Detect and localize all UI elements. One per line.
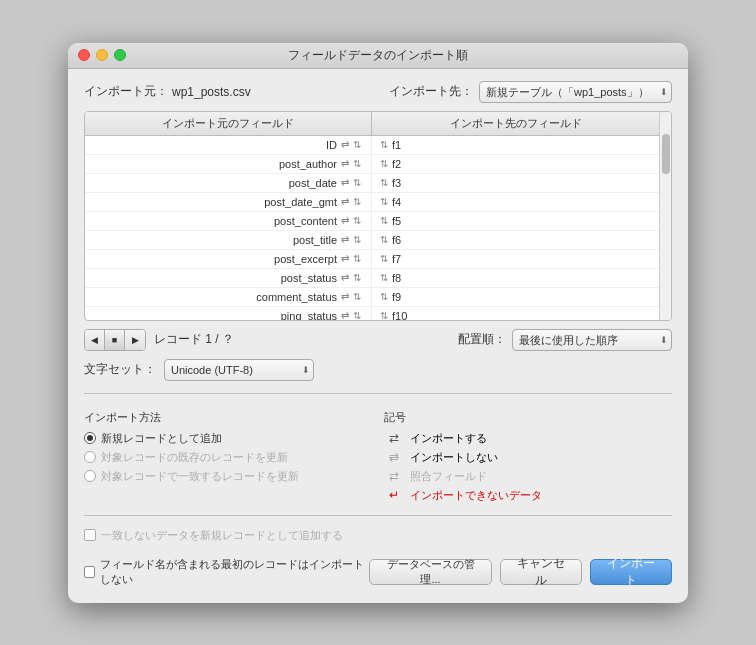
radio-label-2: 対象レコードの既存のレコードを更新 [101,450,288,465]
import-method-title: インポート方法 [84,410,372,425]
nav-row: ◀ ■ ▶ レコード 1 / ？ 配置順： 最後に使用した順序 ⬇ [84,329,672,351]
map-arrow-icon: ⇄ [341,272,349,283]
buttons-right: データベースの管理... キャンセル インポート [369,559,672,585]
charset-row: 文字セット： Unicode (UTF-8) ⬇ [84,359,672,381]
no-header-checkbox-row[interactable]: フィールド名が含まれる最初のレコードはインポートしない [84,557,369,587]
import-from-section: インポート元： wp1_posts.csv [84,83,251,100]
map-arrow-icon: ⇄ [341,234,349,245]
import-symbol-1: ⇄ [384,431,404,445]
main-window: フィールドデータのインポート順 インポート元： wp1_posts.csv イン… [68,43,688,603]
arrangement-select-wrapper[interactable]: 最後に使用した順序 ⬇ [512,329,672,351]
radio-label-1: 新規レコードとして追加 [101,431,222,446]
bottom-buttons-area: フィールド名が含まれる最初のレコードはインポートしない データベースの管理...… [84,557,672,587]
src-field-cell: post_status ⇄ ⇅ [85,269,372,287]
nav-stop-btn[interactable]: ■ [105,330,125,350]
src-field-cell: post_title ⇄ ⇅ [85,231,372,249]
arrangement-select[interactable]: 最後に使用した順序 [512,329,672,351]
src-field-cell: post_content ⇄ ⇅ [85,212,372,230]
import-symbol-2: ⇄ [384,450,404,464]
dst-field-cell: ⇅ f6 [372,231,659,249]
legend-label-2: インポートしない [410,450,498,465]
divider-2 [84,515,672,516]
nav-group[interactable]: ◀ ■ ▶ [84,329,146,351]
scrollbar-thumb[interactable] [662,134,670,174]
col1-header: インポート元のフィールド [85,112,372,135]
dst-field-cell: ⇅ f3 [372,174,659,192]
radio-option-2[interactable]: 対象レコードの既存のレコードを更新 [84,450,372,465]
table-row: post_date ⇄ ⇅ ⇅ f3 [85,174,659,193]
radio-circle-3[interactable] [84,470,96,482]
src-field-cell: post_date ⇄ ⇅ [85,174,372,192]
map-arrow-icon: ⇄ [341,139,349,150]
arrangement-label: 配置順： [458,331,506,348]
nav-next-btn[interactable]: ▶ [125,330,145,350]
minimize-button[interactable] [96,49,108,61]
zoom-button[interactable] [114,49,126,61]
import-method-box: インポート方法 新規レコードとして追加 対象レコードの既存のレコードを更新 対象… [84,410,372,503]
arrangement-section: 配置順： 最後に使用した順序 ⬇ [458,329,672,351]
map-arrow-icon: ⇄ [341,291,349,302]
table-row: post_excerpt ⇄ ⇅ ⇅ f7 [85,250,659,269]
legend-item-4: ↵ インポートできないデータ [384,488,672,503]
legend-box: 記号 ⇄ インポートする ⇄ インポートしない ⇄ 照合フィールド ↵ インポー… [384,410,672,503]
legend-label-4: インポートできないデータ [410,488,542,503]
table-inner: インポート元のフィールド インポート先のフィールド ID ⇄ ⇅ ⇅ f1 po… [85,112,659,320]
src-field-cell: post_author ⇄ ⇅ [85,155,372,173]
import-symbol-4: ↵ [384,488,404,502]
charset-label: 文字セット： [84,361,156,378]
dst-field-cell: ⇅ f8 [372,269,659,287]
table-row: ping_status ⇄ ⇅ ⇅ f10 [85,307,659,320]
radio-circle-1[interactable] [84,432,96,444]
radio-option-1[interactable]: 新規レコードとして追加 [84,431,372,446]
field-mapping-table: インポート元のフィールド インポート先のフィールド ID ⇄ ⇅ ⇅ f1 po… [84,111,672,321]
nav-prev-btn[interactable]: ◀ [85,330,105,350]
dst-field-cell: ⇅ f2 [372,155,659,173]
radio-circle-2[interactable] [84,451,96,463]
import-from-label: インポート元： [84,83,168,100]
import-from-value: wp1_posts.csv [172,85,251,99]
map-arrow-icon: ⇄ [341,158,349,169]
window-title: フィールドデータのインポート順 [288,47,468,64]
close-button[interactable] [78,49,90,61]
dst-field-cell: ⇅ f10 [372,307,659,320]
legend-item-3: ⇄ 照合フィールド [384,469,672,484]
legend-label-3: 照合フィールド [410,469,487,484]
legend-label-1: インポートする [410,431,487,446]
import-to-section: インポート先： 新規テーブル（「wp1_posts」） ⬇ [389,81,672,103]
map-arrow-icon: ⇄ [341,177,349,188]
import-to-select-wrapper[interactable]: 新規テーブル（「wp1_posts」） ⬇ [479,81,672,103]
cancel-button[interactable]: キャンセル [500,559,582,585]
scrollbar-track[interactable] [659,112,671,320]
legend-title: 記号 [384,410,672,425]
table-row: comment_status ⇄ ⇅ ⇅ f9 [85,288,659,307]
no-header-checkbox[interactable] [84,566,95,578]
col2-header: インポート先のフィールド [372,112,659,135]
match-checkbox-row[interactable]: 一致しないデータを新規レコードとして追加する [84,528,672,543]
dst-field-cell: ⇅ f7 [372,250,659,268]
charset-select[interactable]: Unicode (UTF-8) [164,359,314,381]
table-row: post_content ⇄ ⇅ ⇅ f5 [85,212,659,231]
map-arrow-icon: ⇄ [341,310,349,320]
map-arrow-icon: ⇄ [341,196,349,207]
src-field-cell: comment_status ⇄ ⇅ [85,288,372,306]
match-checkbox-label: 一致しないデータを新規レコードとして追加する [101,528,343,543]
import-button[interactable]: インポート [590,559,672,585]
dst-field-cell: ⇅ f1 [372,136,659,154]
content-area: インポート元： wp1_posts.csv インポート先： 新規テーブル（「wp… [68,69,688,603]
import-to-select[interactable]: 新規テーブル（「wp1_posts」） [479,81,672,103]
legend-item-1: ⇄ インポートする [384,431,672,446]
table-row: ID ⇄ ⇅ ⇅ f1 [85,136,659,155]
traffic-lights [78,49,126,61]
radio-option-3[interactable]: 対象レコードで一致するレコードを更新 [84,469,372,484]
no-header-label: フィールド名が含まれる最初のレコードはインポートしない [100,557,369,587]
table-row: post_status ⇄ ⇅ ⇅ f8 [85,269,659,288]
dst-field-cell: ⇅ f5 [372,212,659,230]
manage-db-button[interactable]: データベースの管理... [369,559,492,585]
table-row: post_author ⇄ ⇅ ⇅ f2 [85,155,659,174]
titlebar: フィールドデータのインポート順 [68,43,688,69]
charset-select-wrapper[interactable]: Unicode (UTF-8) ⬇ [164,359,314,381]
table-row: post_date_gmt ⇄ ⇅ ⇅ f4 [85,193,659,212]
match-checkbox[interactable] [84,529,96,541]
table-body: ID ⇄ ⇅ ⇅ f1 post_author ⇄ ⇅ ⇅ f2 post_da… [85,136,659,320]
map-arrow-icon: ⇄ [341,215,349,226]
